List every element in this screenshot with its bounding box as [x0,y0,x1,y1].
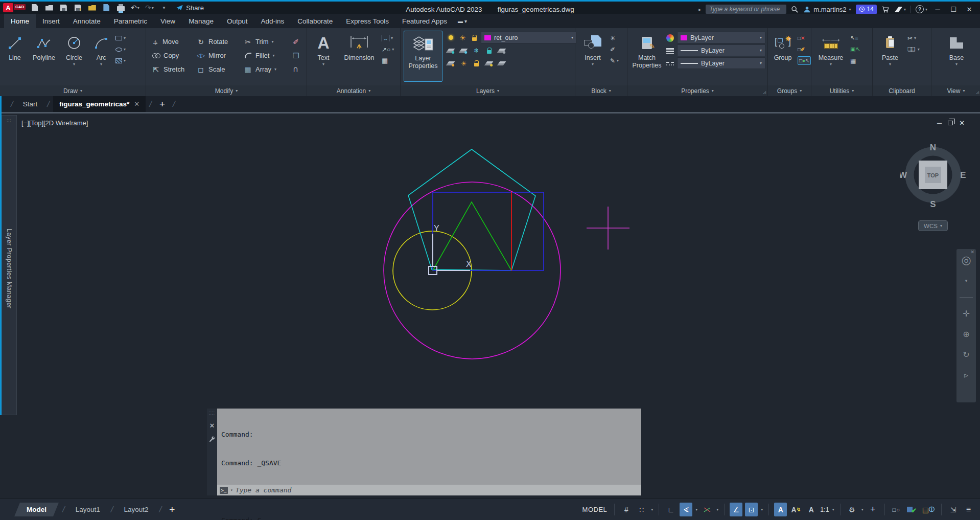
tab-output[interactable]: Output [220,14,254,28]
hatch-button[interactable]: ▾ [115,56,126,65]
clean-screen-button[interactable]: ⇲ [947,503,960,516]
chevron-down-icon[interactable]: ▾ [230,488,233,492]
properties-panel-label[interactable]: Properties▾◿ [627,85,767,96]
command-history[interactable]: Command: Command: _QSAVE Command: Comman… [217,409,641,485]
search-icon[interactable] [791,6,799,13]
navigation-bar[interactable]: ✕ ◎ ▾ ✛ ⊕ ↻ ▹ [956,249,976,402]
tab-featured-apps[interactable]: Featured Apps [395,14,454,28]
layer-match-button[interactable] [484,58,495,69]
groups-panel-label[interactable]: Groups▾ [768,85,811,96]
move-button[interactable]: ↔↕Move [151,38,196,46]
measure-button[interactable]: ⟵⟶ Measure ▾ [814,31,847,85]
notification-badge[interactable]: 14 [856,5,877,14]
object-color-dropdown[interactable]: ByLayer ▾ [677,32,765,43]
layer-brightness-button[interactable]: ☀ [457,32,468,43]
green-zigzag[interactable] [433,202,511,270]
orbit-icon[interactable]: ↻ [963,351,969,359]
object-snap-tracking-button[interactable]: ∠ [730,503,742,516]
3d-box-button[interactable]: ❒ [291,52,307,60]
chevron-down-icon[interactable]: ▾ [832,507,834,512]
zoom-icon[interactable]: ⊕ [963,330,969,338]
save-as-button[interactable]: ✎ [73,3,83,13]
layer-freeze-button[interactable] [458,45,469,56]
tab-add-ins[interactable]: Add-ins [254,14,291,28]
tab-express-tools[interactable]: Express Tools [339,14,395,28]
annotation-scale-button[interactable]: A [805,503,818,516]
calculator-button[interactable]: ▦ [850,56,860,65]
layer-off-button[interactable] [446,32,456,43]
layer-properties-manager-palette[interactable]: ∙∙∙∙∙∙ Layer Properties Manager [2,115,17,415]
tab-insert[interactable]: Insert [36,14,66,28]
text-button[interactable]: A Text ▾ [310,31,337,85]
polyline-button[interactable]: Polyline [30,31,58,85]
tab-annotate[interactable]: Annotate [66,14,107,28]
command-close-icon[interactable]: ✕ [209,422,215,429]
tab-view[interactable]: View [154,14,182,28]
copy-button[interactable]: Copy [151,52,196,59]
dimension-button[interactable]: Dimension [340,31,379,85]
lineweight-list-button[interactable] [666,47,674,55]
object-snap-button[interactable]: ⊡ [745,503,758,516]
app-store-cart-icon[interactable] [881,6,890,13]
compass-east[interactable]: E [960,170,966,180]
cyan-pentagon[interactable] [408,149,535,270]
new-drawing-button[interactable] [30,3,40,13]
compass-west[interactable]: W [900,170,907,180]
palette-anchor-bar[interactable] [0,96,2,415]
doc-close-icon[interactable]: ✕ [959,119,965,127]
trim-button[interactable]: ✂Trim▾ [243,38,291,46]
customization-button[interactable]: ≡ [962,503,975,516]
modify-panel-label[interactable]: Modify▾ [146,85,307,96]
new-layout-button[interactable]: + [165,504,179,515]
insert-block-button[interactable]: Insert ▾ [578,31,607,85]
leader-button[interactable]: ↗○▾ [382,45,394,54]
search-expand-icon[interactable]: ▸ [698,7,701,12]
chevron-down-icon[interactable]: ▾ [761,507,763,512]
join-button[interactable]: ⊂ [291,65,307,74]
autodesk-menu[interactable]: ▾ [894,6,906,13]
base-button[interactable]: Base ▾ [936,31,977,85]
save-button[interactable] [58,3,68,13]
erase-button[interactable]: ✐ [291,38,307,46]
view-panel-label[interactable]: View▾◿ [931,85,980,96]
search-input[interactable] [706,5,786,14]
compass-north[interactable]: N [930,143,936,152]
workspace-switching-button[interactable]: ⚙ [846,503,858,516]
maximize-button[interactable]: ☐ [948,6,959,13]
showmotion-icon[interactable]: ▹ [964,371,968,379]
copy-clip-button[interactable]: ❏❏▾ [907,45,920,54]
tab-parametric[interactable]: Parametric [107,14,154,28]
close-tab-icon[interactable]: ✕ [134,100,139,108]
annotation-visibility-button[interactable]: A [774,503,787,516]
define-attributes-button[interactable]: ✎▾ [610,56,619,65]
match-properties-button[interactable]: ✎ Match Properties [631,31,663,85]
utilities-panel-label[interactable]: Utilities▾ [811,85,872,96]
tab-collaborate[interactable]: Collaborate [291,14,339,28]
chevron-down-icon[interactable]: ▾ [716,507,718,512]
panel-expander-icon[interactable]: ◿ [976,91,979,95]
command-customize-wrench-icon[interactable] [209,436,216,443]
minimize-button[interactable]: ─ [932,6,943,13]
ellipse-button[interactable]: ▾ [115,45,126,54]
layers-panel-label[interactable]: Layers▾ [401,85,575,96]
mirror-button[interactable]: ◁▷Mirror [196,52,243,59]
ungroup-button[interactable]: □✕ [798,34,811,42]
app-logo[interactable]: A CAD [3,3,26,12]
tab-home[interactable]: Home [4,14,36,28]
chevron-down-icon[interactable]: ▾ [861,507,864,512]
share-button[interactable]: Share [176,4,204,12]
layer-lock-teal-button[interactable] [484,45,495,56]
draw-panel-label[interactable]: Draw▾ [0,85,146,96]
chevron-down-icon[interactable]: ▾ [965,277,968,285]
navigation-wheel-icon[interactable]: ◎ [961,256,971,264]
edit-block-button[interactable]: ✐ [610,45,619,54]
new-tab-button[interactable]: + [155,96,169,112]
lineweight-dropdown[interactable]: ByLayer ▾ [677,44,765,56]
layer-lock-button[interactable] [469,32,480,43]
layer-walk-button[interactable] [497,58,507,69]
graphics-performance-button[interactable]: □○ [890,503,903,516]
rectangle-button[interactable]: ▾ [115,34,126,42]
layout2-tab[interactable]: Layout2 [117,503,156,516]
account-menu[interactable]: m.martins2 ▾ [803,6,851,13]
create-block-button[interactable]: ✳ [610,34,619,42]
